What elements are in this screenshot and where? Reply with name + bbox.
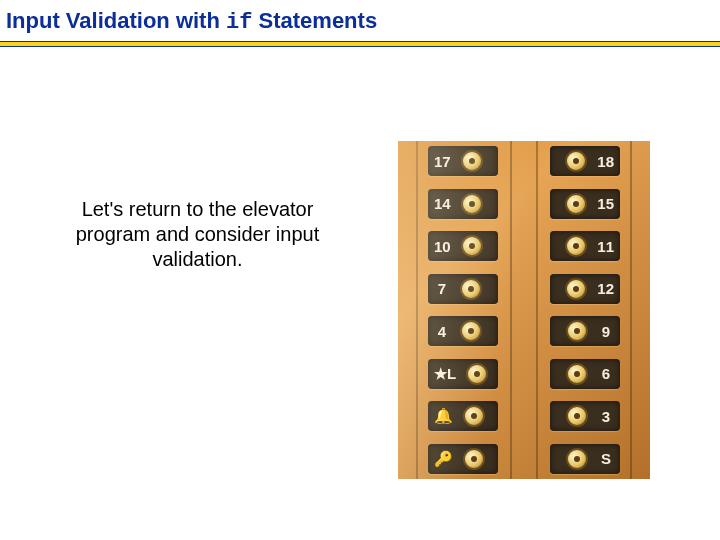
elevator-button-label: S bbox=[592, 450, 620, 467]
elevator-button-label: 6 bbox=[592, 365, 620, 382]
elevator-button: 6 bbox=[550, 359, 620, 389]
elevator-button-light bbox=[566, 363, 588, 385]
button-column-right: 18 15 11 12 9 6 3 S bbox=[550, 146, 620, 474]
elevator-button: 4 bbox=[428, 316, 498, 346]
elevator-button-light bbox=[566, 448, 588, 470]
elevator-button-label: 3 bbox=[592, 408, 620, 425]
elevator-button: 12 bbox=[550, 274, 620, 304]
panel-seam bbox=[536, 141, 538, 479]
elevator-button-label: 14 bbox=[428, 195, 457, 212]
elevator-button: 14 bbox=[428, 189, 498, 219]
elevator-button-label: 17 bbox=[428, 153, 457, 170]
elevator-button-light bbox=[461, 150, 483, 172]
elevator-button: 18 bbox=[550, 146, 620, 176]
elevator-button-light bbox=[460, 278, 482, 300]
elevator-button-light bbox=[565, 278, 587, 300]
content-area: Let's return to the elevator program and… bbox=[0, 47, 720, 539]
button-column-left: 17 14 10 7 4 ★L 🔔 🔑 bbox=[428, 146, 498, 474]
slide: Input Validation with if Statements Let'… bbox=[0, 0, 720, 540]
elevator-button-label: 10 bbox=[428, 238, 457, 255]
elevator-button: 🔑 bbox=[428, 444, 498, 474]
elevator-button-label: ★L bbox=[428, 365, 462, 383]
elevator-button: ★L bbox=[428, 359, 498, 389]
elevator-button-label: 11 bbox=[591, 238, 620, 255]
elevator-button: 11 bbox=[550, 231, 620, 261]
elevator-button-label: 🔔 bbox=[428, 407, 459, 425]
elevator-button: 17 bbox=[428, 146, 498, 176]
body-text: Let's return to the elevator program and… bbox=[55, 197, 340, 272]
elevator-button: 7 bbox=[428, 274, 498, 304]
elevator-button-light bbox=[466, 363, 488, 385]
panel-seam bbox=[510, 141, 512, 479]
elevator-button-light bbox=[463, 448, 485, 470]
elevator-button-label: 12 bbox=[591, 280, 620, 297]
title-text-pre: Input Validation with bbox=[6, 8, 226, 33]
elevator-button-label: 4 bbox=[428, 323, 456, 340]
elevator-button-light bbox=[565, 235, 587, 257]
elevator-button-light bbox=[461, 193, 483, 215]
elevator-image: 17 14 10 7 4 ★L 🔔 🔑 18 15 11 12 9 6 3 S bbox=[398, 141, 650, 479]
elevator-button-light bbox=[460, 320, 482, 342]
elevator-button: 🔔 bbox=[428, 401, 498, 431]
title-text-post: Statements bbox=[252, 8, 377, 33]
elevator-button: 15 bbox=[550, 189, 620, 219]
panel-seam bbox=[630, 141, 632, 479]
elevator-button-light bbox=[566, 320, 588, 342]
elevator-button-label: 18 bbox=[591, 153, 620, 170]
title-code: if bbox=[226, 10, 252, 35]
elevator-button-light bbox=[565, 193, 587, 215]
panel-seam bbox=[416, 141, 418, 479]
elevator-button-light bbox=[566, 405, 588, 427]
elevator-button-label: 7 bbox=[428, 280, 456, 297]
elevator-button-label: 🔑 bbox=[428, 450, 459, 468]
elevator-button-label: 15 bbox=[591, 195, 620, 212]
elevator-button: 10 bbox=[428, 231, 498, 261]
elevator-button-light bbox=[565, 150, 587, 172]
elevator-button: 3 bbox=[550, 401, 620, 431]
slide-title: Input Validation with if Statements bbox=[0, 0, 720, 41]
elevator-button: S bbox=[550, 444, 620, 474]
elevator-button: 9 bbox=[550, 316, 620, 346]
elevator-button-light bbox=[463, 405, 485, 427]
elevator-button-light bbox=[461, 235, 483, 257]
elevator-button-label: 9 bbox=[592, 323, 620, 340]
